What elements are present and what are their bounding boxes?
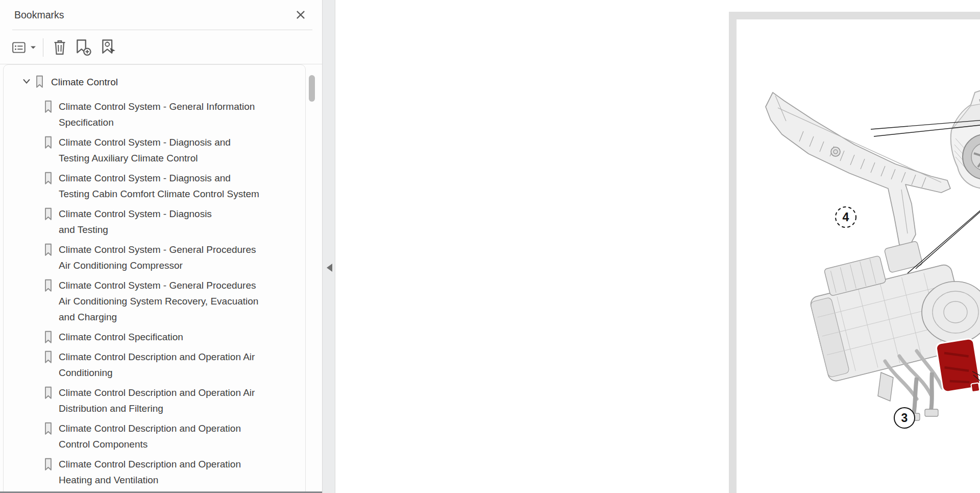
- add-bookmark-icon: [75, 39, 93, 56]
- bookmark-item[interactable]: Climate Control System - Diagnosisand Te…: [4, 206, 306, 238]
- bookmarks-panel-header: Bookmarks: [0, 0, 322, 30]
- bookmark-item[interactable]: Climate Control System - General Procedu…: [4, 277, 306, 325]
- close-panel-button[interactable]: [295, 9, 307, 21]
- bookmark-item[interactable]: Climate Control Description and Operatio…: [4, 420, 306, 452]
- callout-4: 4: [836, 207, 856, 227]
- bookmark-icon: [44, 136, 52, 149]
- panel-title: Bookmarks: [14, 0, 64, 30]
- bookmark-icon: [44, 386, 52, 400]
- trash-icon: [52, 39, 67, 56]
- chevron-expand-icon[interactable]: [22, 78, 31, 85]
- bookmark-icon: [44, 458, 52, 471]
- bookmark-item-label: Climate Control System - General Informa…: [59, 99, 300, 130]
- callout-3: 3: [894, 408, 915, 428]
- bookmark-item[interactable]: Climate Control Description and Operatio…: [4, 349, 306, 381]
- delete-bookmark-button[interactable]: [51, 38, 68, 57]
- cowl-panel-part: [766, 92, 950, 248]
- bookmark-item[interactable]: Climate Control System - General Informa…: [4, 99, 306, 130]
- goto-bookmark-button[interactable]: [99, 38, 119, 57]
- bookmark-icon: [44, 243, 52, 256]
- bookmark-item-label: Climate Control Description and Operatio…: [59, 420, 300, 452]
- options-menu-icon: [12, 40, 27, 55]
- toolbar-divider: [43, 38, 43, 57]
- callout-3-number: 3: [901, 411, 908, 425]
- bookmarks-toolbar: [0, 32, 322, 63]
- panel-scrollbar-thumb[interactable]: [309, 75, 315, 102]
- bookmark-icon: [44, 100, 52, 113]
- bookmark-item[interactable]: Climate Control System - General Procedu…: [4, 242, 306, 273]
- add-bookmark-button[interactable]: [74, 38, 94, 57]
- bookmark-item-label: Climate Control System - Diagnosis andTe…: [59, 170, 300, 202]
- bookmark-item-label: Climate Control System - Diagnosisand Te…: [59, 206, 300, 238]
- goto-bookmark-icon: [100, 39, 118, 56]
- bookmark-item[interactable]: Climate Control Specification: [4, 329, 306, 345]
- bookmarks-tree-container: Climate Control Climate Control System -…: [3, 64, 306, 493]
- bookmark-options-button[interactable]: [11, 39, 37, 56]
- bookmark-item[interactable]: Climate Control System - Diagnosis andTe…: [4, 170, 306, 202]
- collapse-panel-icon: [327, 264, 332, 272]
- pdf-viewer-window: Bookmarks: [0, 0, 980, 493]
- bookmark-item-label: Climate Control System - Diagnosis andTe…: [59, 134, 300, 166]
- bookmark-icon: [44, 172, 52, 185]
- bookmark-icon: [44, 350, 52, 364]
- bookmarks-tree: Climate Control Climate Control System -…: [4, 74, 306, 492]
- bookmark-icon: [44, 331, 52, 344]
- bookmark-icon: [44, 279, 52, 292]
- bookmark-item-label: Climate Control Description and Operatio…: [59, 385, 300, 416]
- bookmark-item-label: Climate Control System - General Procedu…: [59, 277, 300, 325]
- bookmark-item-label: Climate Control Specification: [59, 329, 300, 345]
- vehicle-hvac-diagram: 1 2 3 4: [737, 20, 980, 493]
- panel-splitter[interactable]: [322, 0, 335, 493]
- bookmark-item-label: Climate Control System - General Procedu…: [59, 242, 300, 273]
- bookmark-item[interactable]: Climate Control Description and Operatio…: [4, 456, 306, 488]
- bookmark-icon: [36, 75, 43, 88]
- close-icon: [296, 10, 306, 20]
- bookmark-root-label: Climate Control: [51, 74, 118, 90]
- chevron-down-icon: [30, 45, 36, 50]
- bookmark-item[interactable]: Climate Control Description and Operatio…: [4, 385, 306, 416]
- bookmark-icon: [44, 422, 52, 435]
- hvac-unit-part: [802, 234, 980, 420]
- bookmark-item-label: Climate Control Description and Operatio…: [59, 349, 300, 381]
- bookmark-item[interactable]: Climate Control System - Diagnosis andTe…: [4, 134, 306, 166]
- bookmark-icon: [44, 207, 52, 221]
- header-separator: [12, 30, 312, 30]
- document-page: 1 2 3 4: [335, 0, 980, 493]
- collapse-panel-button[interactable]: [326, 257, 333, 274]
- callout-4-number: 4: [843, 210, 849, 224]
- bookmarks-panel: Bookmarks: [0, 0, 322, 493]
- bookmark-item-label: Climate Control Description and Operatio…: [59, 456, 300, 488]
- bookmark-root-item[interactable]: Climate Control: [4, 74, 306, 90]
- bookmark-list: Climate Control System - General Informa…: [4, 99, 306, 488]
- vehicle-illustration: [951, 69, 980, 301]
